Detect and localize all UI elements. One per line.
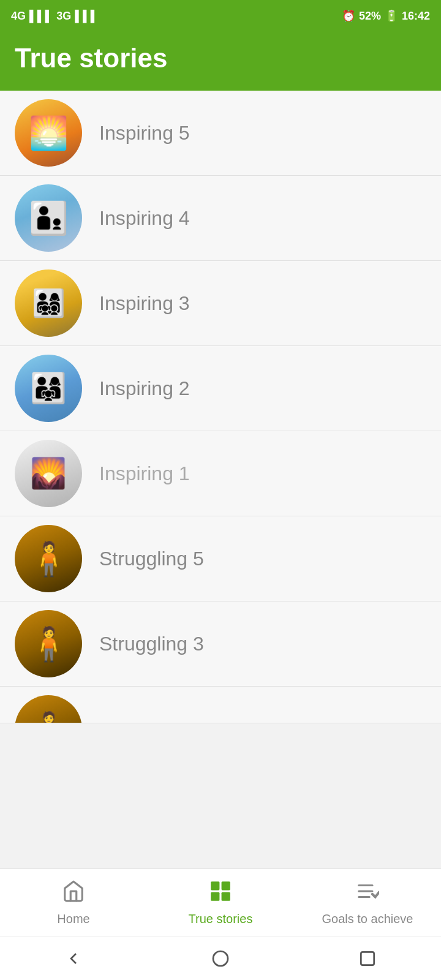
story-item-inspiring4[interactable]: Inspiring 4 [0, 176, 441, 261]
avatar-inspiring5 [15, 99, 82, 167]
status-right: ⏰ 52% 🔋 16:42 [342, 9, 430, 23]
story-label-inspiring3: Inspiring 3 [99, 292, 190, 315]
story-label-inspiring4: Inspiring 4 [99, 207, 190, 230]
recents-button[interactable] [353, 944, 382, 973]
network-info: 4G ▌▌▌ 3G ▌▌▌ [11, 10, 99, 23]
story-item-inspiring3[interactable]: Inspiring 3 [0, 261, 441, 346]
avatar-inspiring4 [15, 184, 82, 252]
bottom-nav: Home True stories Goals to achieve [0, 869, 441, 936]
true-stories-label: True stories [189, 912, 253, 926]
story-item-partial[interactable] [0, 687, 441, 723]
svg-rect-8 [361, 952, 374, 965]
signal-bars: ▌▌▌ [29, 10, 53, 23]
story-label-struggling5: Struggling 5 [99, 548, 204, 570]
battery-percent: 52% [359, 10, 381, 23]
story-item-struggling3[interactable]: Struggling 3 [0, 601, 441, 687]
story-label-inspiring1: Inspiring 1 [99, 462, 190, 485]
clock: 16:42 [402, 10, 430, 23]
android-nav [0, 936, 441, 980]
story-item-inspiring1[interactable]: Inspiring 1 [0, 431, 441, 516]
avatar-struggling3 [15, 610, 82, 677]
story-item-inspiring5[interactable]: Inspiring 5 [0, 91, 441, 176]
nav-item-home[interactable]: Home [0, 869, 147, 936]
avatar-inspiring2 [15, 355, 82, 422]
story-item-inspiring2[interactable]: Inspiring 2 [0, 346, 441, 431]
home-label: Home [57, 912, 89, 926]
svg-rect-2 [211, 892, 219, 900]
home-button[interactable] [206, 944, 235, 973]
goals-icon [356, 880, 379, 908]
true-stories-icon [209, 880, 232, 908]
signal2-bars: ▌▌▌ [75, 10, 98, 23]
nav-item-true-stories[interactable]: True stories [147, 869, 294, 936]
alarm-icon: ⏰ [342, 9, 355, 23]
avatar-inspiring1 [15, 440, 82, 507]
avatar-partial [15, 695, 82, 723]
network2-label: 3G [56, 10, 71, 23]
story-label-struggling3: Struggling 3 [99, 633, 204, 655]
avatar-inspiring3 [15, 270, 82, 337]
goals-label: Goals to achieve [322, 912, 413, 926]
home-icon [62, 880, 85, 908]
page-title: True stories [15, 43, 426, 74]
svg-rect-1 [222, 881, 230, 890]
svg-point-7 [213, 951, 228, 966]
status-bar: 4G ▌▌▌ 3G ▌▌▌ ⏰ 52% 🔋 16:42 [0, 0, 441, 32]
nav-item-goals[interactable]: Goals to achieve [294, 869, 441, 936]
back-button[interactable] [59, 944, 88, 973]
svg-rect-0 [211, 881, 219, 890]
story-list: Inspiring 5Inspiring 4Inspiring 3Inspiri… [0, 91, 441, 869]
battery-icon: 🔋 [385, 9, 398, 23]
network-label: 4G [11, 10, 26, 23]
story-item-struggling5[interactable]: Struggling 5 [0, 516, 441, 601]
avatar-struggling5 [15, 525, 82, 592]
story-label-inspiring5: Inspiring 5 [99, 122, 190, 145]
svg-rect-3 [222, 892, 230, 900]
story-label-inspiring2: Inspiring 2 [99, 377, 190, 400]
header: True stories [0, 32, 441, 91]
